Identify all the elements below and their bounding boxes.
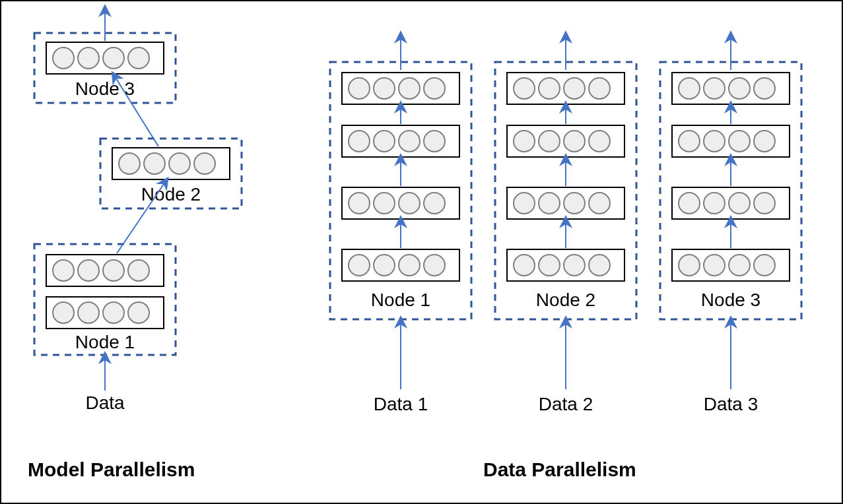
svg-point-83 <box>704 255 725 276</box>
svg-point-84 <box>729 255 750 276</box>
mp-node-2: Node 2 <box>100 139 242 208</box>
svg-point-21 <box>103 47 124 69</box>
svg-point-25 <box>349 78 370 99</box>
svg-point-28 <box>424 78 445 99</box>
svg-point-64 <box>589 255 610 276</box>
svg-point-56 <box>514 193 535 214</box>
svg-point-2 <box>53 260 74 281</box>
dp-data-2-label: Data 2 <box>539 394 593 414</box>
layer-box <box>342 187 459 219</box>
svg-point-22 <box>128 47 149 69</box>
svg-point-8 <box>78 302 99 323</box>
svg-point-75 <box>754 131 775 152</box>
svg-point-14 <box>144 153 165 174</box>
layer-box <box>46 297 164 329</box>
svg-point-35 <box>349 193 370 214</box>
mp-node-3-label: Node 3 <box>75 79 135 99</box>
svg-point-30 <box>349 131 370 152</box>
diagram-svg: Node 1 Node 2 Node 3 Data Model Par <box>1 1 843 504</box>
mp-node-1-label: Node 1 <box>75 332 135 352</box>
svg-point-48 <box>564 78 585 99</box>
svg-point-77 <box>679 193 700 214</box>
svg-point-36 <box>374 193 395 214</box>
svg-point-70 <box>754 78 775 99</box>
mp-node-3: Node 3 <box>34 33 176 103</box>
layer-box <box>672 125 790 157</box>
svg-point-67 <box>679 78 700 99</box>
svg-point-42 <box>399 255 420 276</box>
mp-title: Model Parallelism <box>28 458 195 480</box>
svg-point-5 <box>128 260 149 281</box>
svg-point-26 <box>374 78 395 99</box>
svg-point-49 <box>589 78 610 99</box>
svg-point-58 <box>564 193 585 214</box>
svg-point-59 <box>589 193 610 214</box>
svg-point-9 <box>103 302 124 323</box>
svg-point-63 <box>564 255 585 276</box>
dp-node-3: Node 3 <box>660 62 801 319</box>
layer-box <box>672 249 790 281</box>
mp-node-1: Node 1 <box>34 244 176 355</box>
mp-node-2-label: Node 2 <box>141 184 201 205</box>
svg-point-27 <box>399 78 420 99</box>
svg-point-72 <box>679 131 700 152</box>
arrow-node2-to-node3 <box>115 77 158 146</box>
svg-point-47 <box>539 78 560 99</box>
dp-node-1-label: Node 1 <box>371 290 430 310</box>
layer-box <box>672 73 790 104</box>
svg-point-61 <box>514 255 535 276</box>
dp-data-1-label: Data 1 <box>374 394 428 414</box>
dp-node-2-label: Node 2 <box>536 290 595 310</box>
layer-box <box>342 249 459 281</box>
dp-data-3-label: Data 3 <box>704 394 759 414</box>
svg-point-43 <box>424 255 445 276</box>
svg-point-57 <box>539 193 560 214</box>
svg-point-54 <box>589 131 610 152</box>
dp-node-3-label: Node 3 <box>701 290 760 310</box>
svg-point-20 <box>78 47 99 69</box>
layer-box <box>342 73 459 104</box>
dp-node-1: Node 1 <box>330 62 471 319</box>
svg-point-69 <box>729 78 750 99</box>
svg-point-85 <box>754 255 775 276</box>
svg-point-13 <box>119 153 140 174</box>
svg-point-78 <box>704 193 725 214</box>
layer-box <box>112 148 230 179</box>
svg-point-38 <box>424 193 445 214</box>
layer-box <box>507 125 624 157</box>
svg-point-37 <box>399 193 420 214</box>
svg-point-19 <box>53 47 74 69</box>
layer-box <box>507 249 624 281</box>
svg-point-40 <box>349 255 370 276</box>
svg-point-80 <box>754 193 775 214</box>
svg-point-46 <box>514 78 535 99</box>
svg-point-3 <box>78 260 99 281</box>
svg-point-51 <box>514 131 535 152</box>
layer-box <box>672 187 790 219</box>
svg-point-31 <box>374 131 395 152</box>
svg-point-82 <box>679 255 700 276</box>
svg-point-74 <box>729 131 750 152</box>
svg-point-32 <box>399 131 420 152</box>
layer-box <box>46 255 164 286</box>
diagram-canvas: Node 1 Node 2 Node 3 Data Model Par <box>0 0 843 504</box>
svg-point-41 <box>374 255 395 276</box>
svg-point-10 <box>128 302 149 323</box>
layer-box <box>507 73 624 104</box>
svg-point-68 <box>704 78 725 99</box>
svg-point-52 <box>539 131 560 152</box>
svg-point-33 <box>424 131 445 152</box>
svg-point-7 <box>53 302 74 323</box>
layer-box <box>507 187 624 219</box>
svg-point-79 <box>729 193 750 214</box>
svg-point-16 <box>194 153 215 174</box>
svg-point-73 <box>704 131 725 152</box>
svg-point-15 <box>169 153 190 174</box>
svg-point-4 <box>103 260 124 281</box>
layer-box <box>46 42 164 74</box>
dp-node-2: Node 2 <box>495 62 636 319</box>
svg-point-53 <box>564 131 585 152</box>
layer-box <box>342 125 459 157</box>
svg-point-62 <box>539 255 560 276</box>
mp-data-label: Data <box>85 393 125 413</box>
